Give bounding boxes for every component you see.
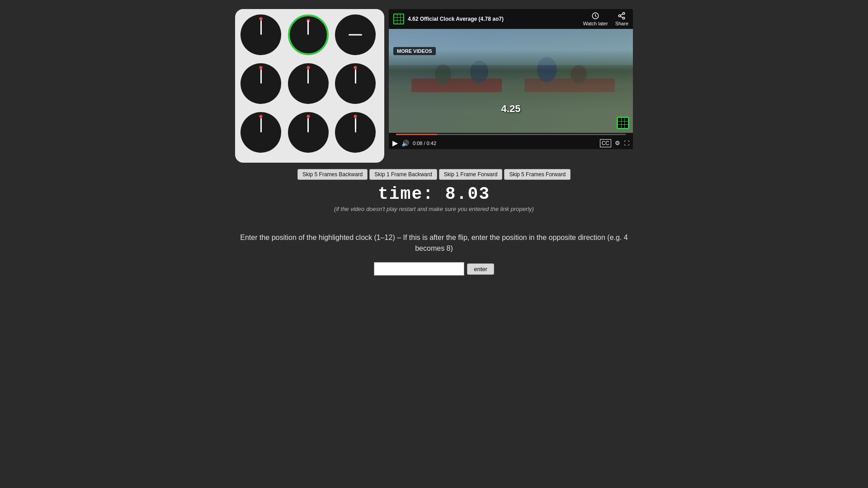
video-thumbnail: MORE VIDEOS 4.25 (389, 29, 633, 133)
fullscreen-button[interactable]: ⛶ (624, 140, 629, 146)
clock-dot-4 (307, 66, 310, 69)
frame-controls: Skip 5 Frames Backward Skip 1 Frame Back… (297, 169, 571, 180)
clock-dot-7 (307, 115, 310, 118)
clock-dot-5 (354, 66, 357, 69)
share-button[interactable]: Share (615, 12, 628, 26)
clock-hand-7 (307, 118, 309, 132)
clock-hand-5 (355, 69, 356, 84)
clock-cell-8 (335, 112, 376, 153)
clock-cell-4 (288, 63, 329, 104)
time-display: 0:08 / 0:42 (413, 141, 436, 146)
clock-cell-3 (241, 63, 281, 104)
video-player: 4.62 Official Clock Average (4.78 ao7) W… (389, 9, 633, 149)
instruction-text: Enter the position of the highlighted cl… (231, 232, 637, 254)
watch-later-label: Watch later (583, 21, 608, 26)
yt-cube-icon-top (393, 14, 404, 24)
enter-button[interactable]: enter (467, 263, 494, 275)
video-note: (if the video doesn't play restart and m… (334, 206, 534, 212)
svg-line-2 (621, 14, 623, 15)
time-big-display: time: 8.03 (378, 184, 490, 204)
clock-cell-5 (335, 63, 376, 104)
svg-line-1 (621, 16, 623, 18)
video-top-bar: 4.62 Official Clock Average (4.78 ao7) W… (389, 9, 633, 29)
progress-bar-fill (396, 134, 437, 135)
clock-cell-1 (288, 14, 329, 55)
yt-logo-bottom-right (617, 117, 629, 129)
ctrl-right-buttons: CC ⚙ ⛶ (600, 139, 629, 147)
time-total: 0:42 (427, 141, 436, 146)
skip1-backward-button[interactable]: Skip 1 Frame Backward (369, 169, 437, 180)
clock-dot-8 (354, 115, 357, 118)
video-actions: Watch later Share (583, 12, 628, 26)
volume-button[interactable]: 🔊 (401, 140, 409, 147)
share-label: Share (615, 21, 628, 26)
progress-bar[interactable] (396, 134, 626, 135)
share-icon (618, 12, 626, 20)
progress-bar-wrapper[interactable] (389, 133, 633, 137)
skip5-backward-button[interactable]: Skip 5 Frames Backward (297, 169, 368, 180)
score-overlay: 4.25 (501, 103, 521, 115)
video-title: 4.62 Official Clock Average (4.78 ao7) (408, 16, 504, 22)
video-controls: ▶ 🔊 0:08 / 0:42 CC ⚙ ⛶ (389, 137, 633, 149)
clock-cell-6 (241, 112, 281, 153)
clock-hand-8 (355, 118, 356, 132)
svg-point-9 (571, 65, 587, 83)
clock-cell-7 (288, 112, 329, 153)
more-videos-overlay: MORE VIDEOS (393, 47, 436, 55)
time-current: 0:08 (413, 141, 422, 146)
clock-hand-2 (349, 34, 362, 36)
clock-dot-6 (259, 115, 263, 118)
settings-button[interactable]: ⚙ (615, 140, 620, 146)
clock-hand-4 (307, 69, 309, 84)
svg-rect-4 (411, 79, 502, 92)
clock-hand-1 (307, 20, 309, 35)
clock-hand-3 (260, 69, 262, 84)
clock-cell-0 (241, 14, 281, 55)
watch-later-icon (591, 12, 599, 20)
svg-rect-5 (524, 79, 615, 92)
play-button[interactable]: ▶ (392, 139, 398, 147)
clock-cell-2 (335, 14, 376, 55)
top-area: 4.62 Official Clock Average (4.78 ao7) W… (235, 9, 633, 163)
clock-grid (235, 9, 384, 163)
input-area: enter (374, 262, 494, 276)
skip1-forward-button[interactable]: Skip 1 Frame Forward (439, 169, 503, 180)
clock-hand-6 (260, 118, 262, 132)
clock-hand-0 (260, 20, 262, 35)
svg-point-6 (435, 64, 451, 84)
clock-dot-3 (259, 66, 263, 69)
watch-later-button[interactable]: Watch later (583, 12, 608, 26)
position-input[interactable] (374, 262, 464, 276)
cc-button[interactable]: CC (600, 139, 611, 147)
scene-svg (389, 29, 633, 133)
video-title-area: 4.62 Official Clock Average (4.78 ao7) (393, 14, 504, 24)
skip5-forward-button[interactable]: Skip 5 Frames Forward (504, 169, 571, 180)
clock-dot-0 (259, 17, 263, 20)
